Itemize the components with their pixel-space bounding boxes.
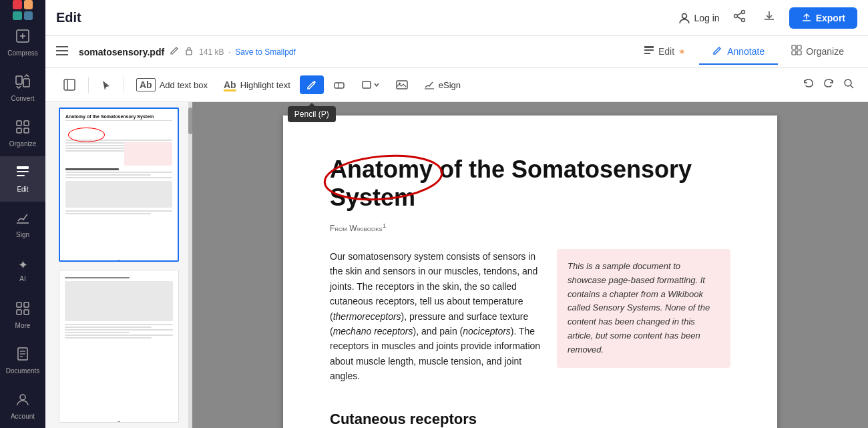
sidebar-item-sign[interactable]: Sign bbox=[0, 202, 45, 247]
svg-rect-33 bbox=[644, 49, 654, 51]
hamburger-button[interactable] bbox=[56, 45, 68, 59]
scroll-thumb[interactable] bbox=[188, 108, 192, 134]
highlight-icon: Ab bbox=[224, 79, 236, 90]
export-icon bbox=[801, 13, 812, 23]
esign-button[interactable]: eSign bbox=[417, 75, 467, 94]
thumb-title-1: Anatomy of the Somatosensory System bbox=[65, 114, 172, 121]
svg-rect-4 bbox=[23, 79, 29, 87]
thumb-line-p2-5 bbox=[65, 332, 130, 333]
sign-icon bbox=[15, 210, 30, 228]
add-text-box-icon: Ab bbox=[136, 78, 156, 91]
thumb-line-11 bbox=[65, 213, 151, 214]
page-num-1: 1 bbox=[60, 256, 178, 262]
pdf-viewer[interactable]: Anatomy of the Somatosensory System From… bbox=[192, 102, 868, 428]
eraser-tool-button[interactable] bbox=[327, 75, 352, 94]
tab-organize[interactable]: Organize bbox=[778, 39, 857, 65]
file-meta: 141 kB · Save to Smallpdf bbox=[199, 47, 296, 57]
export-button[interactable]: Export bbox=[789, 7, 857, 29]
save-to-smallpdf-link[interactable]: Save to Smallpdf bbox=[235, 47, 296, 57]
esign-label: eSign bbox=[439, 80, 461, 90]
redo-button[interactable] bbox=[820, 75, 837, 95]
sidebar-item-organize[interactable]: Organize bbox=[0, 111, 45, 156]
logo-grid bbox=[13, 0, 33, 20]
ai-icon: ✦ bbox=[18, 258, 28, 272]
add-text-box-button[interactable]: Ab Add text box bbox=[130, 74, 214, 95]
cursor-tool-button[interactable] bbox=[94, 75, 118, 94]
search-button[interactable] bbox=[840, 75, 857, 95]
pdf-title-text: Anatomy of the Somatosensory System bbox=[330, 156, 692, 211]
svg-rect-9 bbox=[17, 166, 29, 169]
thumb-line-p2-2 bbox=[65, 324, 173, 325]
svg-point-22 bbox=[682, 13, 686, 18]
compress-icon bbox=[15, 29, 30, 47]
image-tool-button[interactable] bbox=[389, 75, 415, 94]
star-badge: ★ bbox=[678, 47, 686, 56]
pdf-page: Anatomy of the Somatosensory System From… bbox=[283, 116, 777, 428]
page-thumb-1[interactable]: Anatomy of the Somatosensory System bbox=[59, 108, 179, 262]
hamburger-icon bbox=[56, 46, 68, 55]
page-thumb-2[interactable]: 2 bbox=[59, 270, 179, 423]
thumb-line-6 bbox=[65, 168, 119, 170]
thumb-circle bbox=[68, 128, 105, 142]
pdf-body-text-content: Our somatosensory system consists of sen… bbox=[330, 251, 540, 381]
compress-label: Compress bbox=[7, 49, 38, 57]
svg-rect-16 bbox=[24, 310, 29, 314]
sidebar-item-more[interactable]: More bbox=[0, 292, 45, 338]
share-button[interactable] bbox=[730, 7, 749, 29]
page-title: Edit bbox=[56, 10, 81, 25]
header-right: Log in bbox=[678, 7, 858, 29]
thumb-img-p2 bbox=[65, 281, 173, 321]
toggle-panel-button[interactable] bbox=[56, 74, 83, 95]
shape-tool-button[interactable] bbox=[355, 75, 387, 94]
pencil-tool-container: Pencil (P) bbox=[300, 75, 324, 94]
organize-icon bbox=[15, 120, 30, 138]
svg-rect-37 bbox=[792, 51, 796, 55]
tab-annotate[interactable]: Annotate bbox=[699, 39, 778, 65]
pencil-icon bbox=[306, 79, 317, 90]
sidebar-item-edit[interactable]: Edit bbox=[0, 156, 45, 202]
svg-rect-5 bbox=[17, 121, 21, 126]
mode-tabs: Edit ★ Annotate bbox=[630, 39, 857, 65]
sidebar-item-documents[interactable]: Documents bbox=[0, 338, 45, 383]
svg-rect-11 bbox=[17, 175, 25, 176]
tab-edit[interactable]: Edit ★ bbox=[630, 39, 699, 65]
svg-point-47 bbox=[845, 79, 851, 86]
sidebar-item-convert[interactable]: Convert bbox=[0, 65, 45, 111]
section-heading: Cutaneous receptors bbox=[330, 411, 730, 428]
svg-rect-41 bbox=[335, 83, 344, 88]
lock-button[interactable] bbox=[184, 46, 194, 57]
undo-button[interactable] bbox=[800, 75, 817, 95]
svg-point-21 bbox=[20, 395, 25, 400]
sidebar-item-account[interactable]: Account bbox=[0, 383, 45, 428]
sidebar-item-ai[interactable]: ✦ AI bbox=[0, 247, 45, 292]
chevron-down-icon bbox=[373, 81, 380, 88]
documents-icon bbox=[15, 347, 30, 365]
logo-cell-blue bbox=[24, 11, 33, 21]
download-button[interactable] bbox=[760, 7, 779, 29]
shape-icon bbox=[361, 79, 372, 90]
pages-panel: Anatomy of the Somatosensory System bbox=[45, 102, 192, 428]
login-button[interactable]: Log in bbox=[678, 12, 720, 24]
thumb-line-p2-3 bbox=[65, 327, 152, 328]
highlight-text-button[interactable]: Ab Highlight text bbox=[217, 75, 297, 94]
esign-icon bbox=[424, 79, 435, 90]
scroll-track bbox=[188, 102, 192, 428]
sidebar-item-compress[interactable]: Compress bbox=[0, 20, 45, 65]
app-logo bbox=[0, 0, 45, 20]
svg-rect-43 bbox=[363, 81, 371, 88]
edit-label: Edit bbox=[17, 186, 28, 193]
svg-rect-7 bbox=[17, 128, 21, 133]
pencil-tool-button[interactable] bbox=[300, 75, 324, 94]
edit-tab-label: Edit bbox=[658, 46, 674, 57]
left-sidebar: Compress Convert bbox=[0, 0, 45, 428]
account-label: Account bbox=[11, 413, 35, 420]
image-icon bbox=[396, 79, 408, 90]
share-icon bbox=[733, 9, 746, 23]
pink-box-text: This is a sample document to showcase pa… bbox=[568, 261, 710, 355]
rename-button[interactable] bbox=[170, 46, 179, 57]
svg-line-48 bbox=[851, 85, 853, 88]
pdf-title: Anatomy of the Somatosensory System bbox=[330, 156, 730, 212]
logo-cell-yellow bbox=[24, 0, 33, 9]
separator-1 bbox=[88, 77, 89, 93]
redo-icon bbox=[823, 77, 835, 89]
